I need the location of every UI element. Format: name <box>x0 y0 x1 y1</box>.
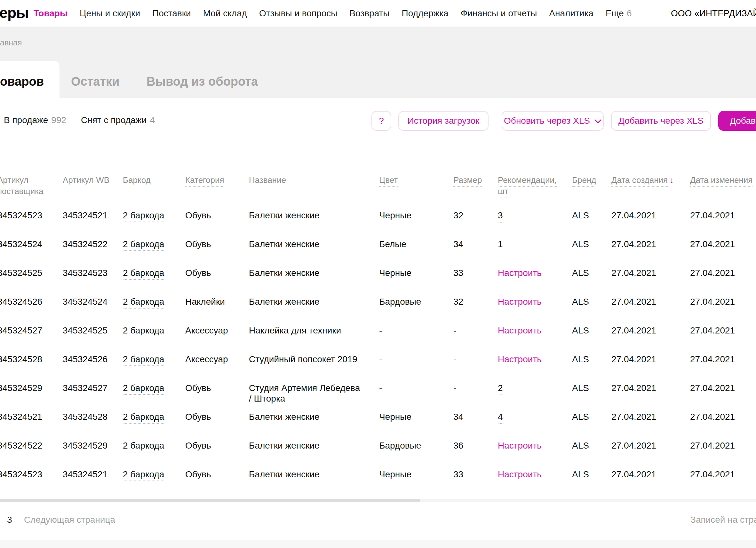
cell-category: Обувь <box>185 411 248 422</box>
cell-created: 27.04.2021 <box>611 440 695 451</box>
column-header-recommendation[interactable]: Рекомендации, шт <box>498 175 562 197</box>
cell-brand: ALS <box>572 354 609 364</box>
column-header-brand[interactable]: Бренд <box>572 175 609 186</box>
column-header-size[interactable]: Размер <box>453 175 496 186</box>
help-button[interactable]: ? <box>371 111 391 131</box>
cell-name: Балетки женские <box>249 469 364 480</box>
tab-stocks[interactable]: Остатки <box>71 75 119 89</box>
cell-recommendation: Настроить <box>498 469 562 480</box>
nav-item-7[interactable]: Финансы и отчеты <box>461 8 537 19</box>
scrollbar-thumb[interactable] <box>0 499 420 502</box>
cell-category: Обувь <box>185 268 248 278</box>
table-row: 3453245233453245212 баркодаОбувьБалетки … <box>0 206 756 235</box>
cell-category: Обувь <box>185 440 248 451</box>
configure-link[interactable]: Настроить <box>498 354 542 364</box>
cell-color: Бардовые <box>379 440 451 451</box>
page-number[interactable]: 3 <box>7 515 12 525</box>
column-header-name[interactable]: Название <box>249 175 364 186</box>
barcode-link[interactable]: 2 баркода <box>123 469 164 481</box>
question-icon: ? <box>379 116 384 126</box>
add-via-xls-button[interactable]: Добавить через XLS <box>611 111 711 131</box>
barcode-link[interactable]: 2 баркода <box>123 383 164 395</box>
company-name[interactable]: ООО «ИНТЕРДИЗАЙН <box>671 8 756 19</box>
cell-created: 27.04.2021 <box>611 210 695 221</box>
barcode-link[interactable]: 2 баркода <box>123 325 164 337</box>
cell-size: - <box>453 354 496 364</box>
horizontal-scrollbar[interactable] <box>0 499 756 502</box>
cell-wb_sku: 345324526 <box>63 354 122 364</box>
cell-supplier_sku: 345324523 <box>0 469 52 480</box>
nav-item-2[interactable]: Поставки <box>152 8 191 19</box>
sort-desc-icon[interactable]: ↓ <box>670 175 674 185</box>
cell-brand: ALS <box>572 296 609 307</box>
barcode-link[interactable]: 2 баркода <box>123 354 164 366</box>
column-header-color[interactable]: Цвет <box>379 175 451 186</box>
cell-supplier_sku: 345324526 <box>0 296 52 307</box>
cell-size: 34 <box>453 411 496 422</box>
nav-item-5[interactable]: Возвраты <box>349 8 389 19</box>
configure-link[interactable]: Настроить <box>498 325 542 335</box>
configure-link[interactable]: Настроить <box>498 268 542 278</box>
stat-on-sale-label: В продаже <box>4 115 48 125</box>
nav-item-1[interactable]: Цены и скидки <box>80 8 140 19</box>
barcode-link[interactable]: 2 баркода <box>123 440 164 452</box>
nav-item-label: Цены и скидки <box>80 8 140 18</box>
upload-history-button[interactable]: История загрузок <box>398 111 489 131</box>
cell-created: 27.04.2021 <box>611 268 695 278</box>
recommendation-value[interactable]: 4 <box>498 411 504 424</box>
add-product-button[interactable]: Добави <box>718 111 756 131</box>
nav-item-9[interactable]: Еще6 <box>606 8 632 19</box>
cell-wb_sku: 345324529 <box>63 440 122 451</box>
cell-recommendation: Настроить <box>498 354 562 364</box>
cell-modified: 27.04.2021 <box>690 268 756 278</box>
nav-item-8[interactable]: Аналитика <box>549 8 593 19</box>
cell-wb_sku: 345324521 <box>63 469 122 480</box>
cell-name: Балетки женские <box>249 440 364 451</box>
column-header-label: Категория <box>185 175 224 187</box>
nav-item-label: Финансы и отчеты <box>461 8 537 18</box>
configure-link[interactable]: Настроить <box>498 297 542 306</box>
cell-color: Черные <box>379 469 451 480</box>
column-header-supplier_sku[interactable]: Артикул поставщика <box>0 175 52 197</box>
configure-link[interactable]: Настроить <box>498 469 542 479</box>
recommendation-value[interactable]: 3 <box>498 210 504 223</box>
recommendation-value[interactable]: 2 <box>498 383 504 395</box>
column-header-created[interactable]: Дата создания↓ <box>611 175 695 186</box>
column-header-wb_sku[interactable]: Артикул WB <box>63 175 122 186</box>
barcode-link[interactable]: 2 баркода <box>123 268 164 280</box>
barcode-link[interactable]: 2 баркода <box>123 239 164 251</box>
nav-item-0[interactable]: Товары <box>34 8 68 19</box>
cell-brand: ALS <box>572 383 609 393</box>
column-header-barcode[interactable]: Баркод <box>123 175 184 186</box>
column-header-label: Название <box>249 175 286 185</box>
nav-item-4[interactable]: Отзывы и вопросы <box>259 8 337 19</box>
update-via-xls-label: Обновить через XLS <box>504 116 590 126</box>
column-header-label: Артикул WB <box>63 175 109 185</box>
cell-supplier_sku: 345324522 <box>0 440 52 451</box>
barcode-link[interactable]: 2 баркода <box>123 210 164 222</box>
cell-color: Черные <box>379 411 451 422</box>
next-page-link[interactable]: Следующая страница <box>24 515 115 525</box>
cell-name: Студия Артемия Лебедева / Шторка <box>249 383 364 404</box>
update-via-xls-button[interactable]: Обновить через XLS <box>502 111 604 131</box>
cell-wb_sku: 345324522 <box>63 239 122 250</box>
cell-modified: 27.04.2021 <box>690 325 756 336</box>
column-header-category[interactable]: Категория <box>185 175 248 186</box>
stat-off-sale-label: Снят с продажи <box>81 115 147 125</box>
recommendation-value[interactable]: 1 <box>498 239 504 251</box>
cell-category: Обувь <box>185 210 248 221</box>
breadcrumb[interactable]: авная <box>0 38 22 47</box>
tab-products-list[interactable]: оваров <box>0 75 44 89</box>
table-row: 3453245233453245212 баркодаОбувьБалетки … <box>0 465 756 494</box>
cell-category: Аксессуар <box>185 325 248 336</box>
table-row: 3453245213453245282 баркодаОбувьБалетки … <box>0 408 756 436</box>
nav-item-6[interactable]: Поддержка <box>402 8 449 19</box>
column-header-modified[interactable]: Дата изменения <box>690 175 756 186</box>
configure-link[interactable]: Настроить <box>498 441 542 450</box>
tab-withdrawal[interactable]: Вывод из оборота <box>147 75 258 89</box>
barcode-link[interactable]: 2 баркода <box>123 296 164 308</box>
nav-item-3[interactable]: Мой склад <box>203 8 247 19</box>
cell-brand: ALS <box>572 411 609 422</box>
cell-recommendation: 1 <box>498 239 562 251</box>
barcode-link[interactable]: 2 баркода <box>123 411 164 424</box>
